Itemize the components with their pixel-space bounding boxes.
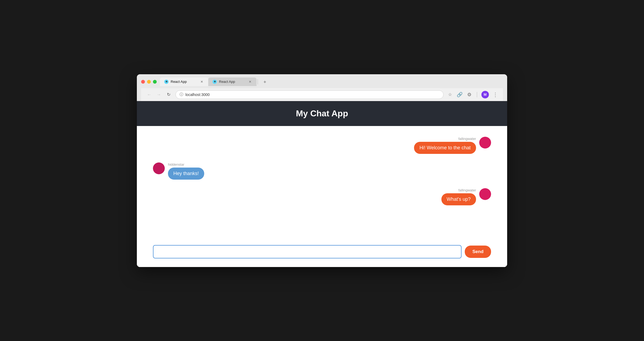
titlebar-top: ⚛ React App ✕ ⚛ React App ✕ +	[141, 77, 503, 86]
react-icon-tab1: ⚛	[164, 80, 169, 84]
chat-container: fallingwater Hi! Welcome to the chat hid…	[137, 126, 507, 239]
close-traffic-light[interactable]	[141, 80, 145, 84]
reload-button[interactable]: ↻	[165, 91, 172, 98]
chat-input-area: Send	[137, 239, 507, 267]
tab-separator	[258, 79, 258, 84]
tab-label-1: React App	[171, 80, 187, 84]
bubble-1: Hi! Welcome to the chat	[414, 142, 476, 154]
extension-icon-1[interactable]: 🔗	[456, 91, 463, 98]
message-row-1: fallingwater Hi! Welcome to the chat	[414, 137, 491, 154]
maximize-traffic-light[interactable]	[153, 80, 157, 84]
tab-react-app-2[interactable]: ⚛ React App ✕	[208, 77, 257, 86]
browser-window: ⚛ React App ✕ ⚛ React App ✕ + ← → ↻	[137, 74, 507, 267]
nav-buttons: ← → ↻	[145, 91, 172, 98]
new-tab-button[interactable]: +	[261, 79, 269, 86]
message-row-3: fallingwater What's up?	[441, 188, 491, 205]
menu-icon[interactable]: ⋮	[492, 91, 499, 98]
chat-input[interactable]	[153, 245, 462, 258]
tab-react-app-1[interactable]: ⚛ React App ✕	[160, 77, 208, 86]
traffic-lights	[141, 80, 157, 84]
react-icon-tab2: ⚛	[213, 80, 217, 84]
address-bar[interactable]: ⓘ localhost:3000	[175, 90, 444, 99]
tabs-row: ⚛ React App ✕ ⚛ React App ✕ +	[160, 77, 503, 86]
message-content-2: hiddenstar Hey thanks!	[168, 162, 204, 180]
minimize-traffic-light[interactable]	[147, 80, 151, 84]
profile-avatar[interactable]: M	[481, 91, 489, 98]
icon-separator	[477, 92, 477, 97]
avatar-fallingwater-1	[479, 137, 491, 149]
address-bar-row: ← → ↻ ⓘ localhost:3000 ☆ 🔗 ⚙ M ⋮	[141, 88, 503, 101]
message-row-2: hiddenstar Hey thanks!	[153, 162, 204, 180]
forward-button[interactable]: →	[155, 91, 163, 98]
tab-close-1[interactable]: ✕	[200, 80, 204, 84]
avatar-hiddenstar	[153, 162, 165, 174]
address-bar-icons: ☆ 🔗 ⚙ M ⋮	[447, 91, 499, 98]
username-1: fallingwater	[458, 137, 476, 141]
bubble-3: What's up?	[441, 193, 476, 205]
avatar-fallingwater-2	[479, 188, 491, 200]
url-text: localhost:3000	[185, 92, 210, 97]
bookmark-icon[interactable]: ☆	[447, 91, 453, 98]
app-header: My Chat App	[137, 101, 507, 126]
back-button[interactable]: ←	[145, 91, 153, 98]
tab-label-2: React App	[219, 80, 235, 84]
app-title: My Chat App	[144, 109, 500, 118]
username-2: hiddenstar	[168, 162, 184, 166]
username-3: fallingwater	[458, 188, 476, 192]
app-content: My Chat App fallingwater Hi! Welcome to …	[137, 101, 507, 267]
send-button[interactable]: Send	[465, 246, 491, 258]
secure-icon: ⓘ	[180, 92, 183, 97]
browser-titlebar: ⚛ React App ✕ ⚛ React App ✕ + ← → ↻	[137, 74, 507, 101]
extension-icon-2[interactable]: ⚙	[466, 91, 473, 98]
message-content-3: fallingwater What's up?	[441, 188, 476, 205]
tab-close-2[interactable]: ✕	[248, 80, 252, 84]
bubble-2: Hey thanks!	[168, 168, 204, 180]
message-content-1: fallingwater Hi! Welcome to the chat	[414, 137, 476, 154]
